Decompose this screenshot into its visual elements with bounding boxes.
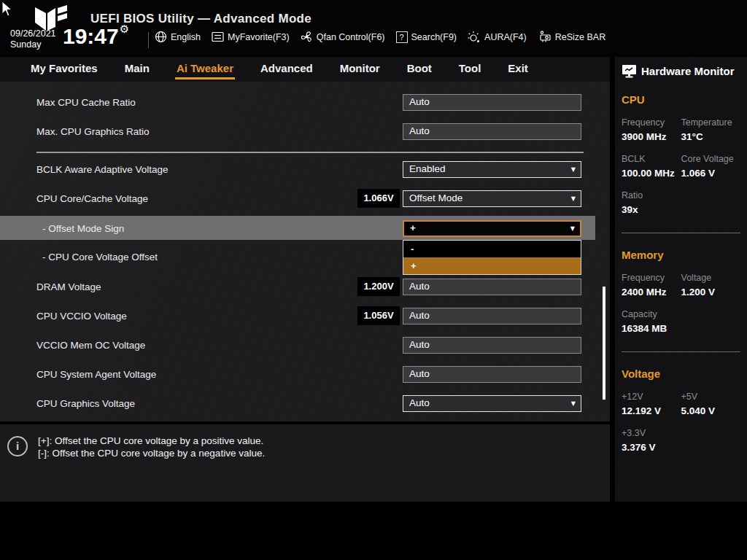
cpu-bclk: BCLK 100.00 MHz <box>622 154 681 179</box>
cpu-temperature: Temperature 31°C <box>681 117 741 142</box>
memory-section-title: Memory <box>622 249 740 261</box>
help-panel: i [+]: Offset the CPU core voltage by a … <box>0 424 610 502</box>
cpu-section-title: CPU <box>622 93 740 106</box>
help-text: [+]: Offset the CPU core voltage by a po… <box>38 435 265 459</box>
memory-frequency: Frequency 2400 MHz <box>622 273 681 298</box>
monitor-icon <box>622 64 637 78</box>
section-separator <box>36 152 584 153</box>
tab-my-favorites[interactable]: My Favorites <box>31 57 98 82</box>
tab-exit[interactable]: Exit <box>508 57 528 82</box>
cpu-vccio-voltage-badge: 1.056V <box>357 306 400 325</box>
vccio-mem-oc-voltage-input[interactable]: Auto <box>403 337 581 354</box>
hardware-monitor-header: Hardware Monitor <box>622 64 740 78</box>
search-icon: ? <box>396 31 408 43</box>
dropdown-option-plus[interactable]: + <box>403 257 581 274</box>
cpu-graphics-voltage-select[interactable]: Auto <box>403 395 581 412</box>
offset-mode-sign-dropdown: - + <box>403 240 581 275</box>
qfan-control-button[interactable]: Qfan Control(F6) <box>301 31 385 43</box>
voltage-5v: +5V 5.040 V <box>681 392 741 416</box>
max-cpu-cache-ratio-input[interactable]: Auto <box>403 94 581 111</box>
top-menu: English MyFavorite(F3) Qfan Control(F6) … <box>155 31 605 43</box>
max-cpu-graphics-ratio-input[interactable]: Auto <box>403 123 581 140</box>
setting-row: BCLK Aware Adaptive Voltage Enabled <box>0 161 610 178</box>
setting-row: VCCIO Mem OC Voltage Auto <box>0 337 610 354</box>
globe-icon <box>155 31 167 43</box>
voltage-section-title: Voltage <box>622 368 740 380</box>
setting-row: CPU VCCIO Voltage 1.056V Auto <box>0 308 610 324</box>
main-panel: My Favorites Main Ai Tweaker Advanced Mo… <box>0 57 610 421</box>
tab-tool[interactable]: Tool <box>459 57 481 82</box>
bclk-aware-adaptive-voltage-select[interactable]: Enabled <box>403 161 581 178</box>
cpu-core-voltage-badge: 1.066V <box>357 189 400 208</box>
resize-bar-button[interactable]: ReSize BAR <box>538 31 605 43</box>
setting-row: - Offset Mode Sign + <box>0 220 610 237</box>
hardware-monitor-panel: Hardware Monitor CPU Frequency 3900 MHz … <box>615 57 747 502</box>
cpu-ratio: Ratio 39x <box>622 190 683 215</box>
myfavorite-icon <box>212 31 224 42</box>
language-button[interactable]: English <box>155 31 201 43</box>
myfavorite-button[interactable]: MyFavorite(F3) <box>212 31 290 42</box>
sidebar-separator <box>622 233 740 233</box>
tab-main[interactable]: Main <box>125 57 150 82</box>
cpu-system-agent-voltage-input[interactable]: Auto <box>403 366 581 383</box>
tab-ai-tweaker[interactable]: Ai Tweaker <box>177 57 233 82</box>
voltage-12v: +12V 12.192 V <box>622 392 681 416</box>
date-display: 09/26/2021 Sunday <box>10 28 56 50</box>
cpu-core-cache-voltage-select[interactable]: Offset Mode <box>403 190 581 207</box>
tab-monitor[interactable]: Monitor <box>340 57 380 82</box>
tab-boot[interactable]: Boot <box>407 57 432 82</box>
gear-icon[interactable]: ⚙ <box>120 23 129 36</box>
nav-tabs: My Favorites Main Ai Tweaker Advanced Mo… <box>0 57 610 82</box>
memory-capacity: Capacity 16384 MB <box>622 309 683 334</box>
cpu-frequency: Frequency 3900 MHz <box>622 117 681 142</box>
time-display[interactable]: 19:47 ⚙ <box>63 24 129 49</box>
footer-bar: Last Modified EzMode(F7) Hot Keys ? Vers… <box>0 502 747 560</box>
voltage-3v3: +3.3V 3.376 V <box>622 428 683 453</box>
cpu-vccio-voltage-input[interactable]: Auto <box>403 308 581 324</box>
setting-row: Max. CPU Graphics Ratio Auto <box>0 123 610 140</box>
search-button[interactable]: ? Search(F9) <box>396 31 457 43</box>
setting-row: CPU Graphics Voltage Auto <box>0 395 610 412</box>
setting-row: CPU Core/Cache Voltage 1.066V Offset Mod… <box>0 190 610 207</box>
resize-bar-icon <box>538 31 551 43</box>
scrollbar-thumb[interactable] <box>603 287 605 400</box>
info-icon: i <box>7 436 28 456</box>
setting-row: Max CPU Cache Ratio Auto <box>0 94 610 111</box>
offset-mode-sign-select[interactable]: + <box>403 220 581 237</box>
dram-voltage-input[interactable]: Auto <box>403 279 581 295</box>
dropdown-option-minus[interactable]: - <box>403 241 581 257</box>
cpu-core-voltage: Core Voltage 1.066 V <box>681 154 741 179</box>
aura-icon <box>468 31 481 43</box>
mouse-cursor-icon <box>1 1 16 18</box>
memory-voltage: Voltage 1.200 V <box>681 273 741 298</box>
dram-voltage-badge: 1.200V <box>357 277 400 296</box>
title-bar: UEFI BIOS Utility — Advanced Mode 09/26/… <box>0 0 747 57</box>
tab-advanced[interactable]: Advanced <box>260 57 313 82</box>
setting-row: DRAM Voltage 1.200V Auto <box>0 279 610 295</box>
aura-button[interactable]: AURA(F4) <box>468 31 527 43</box>
setting-row: CPU System Agent Voltage Auto <box>0 366 610 383</box>
divider <box>148 32 149 48</box>
sidebar-separator <box>622 351 740 352</box>
fan-icon <box>301 31 313 43</box>
